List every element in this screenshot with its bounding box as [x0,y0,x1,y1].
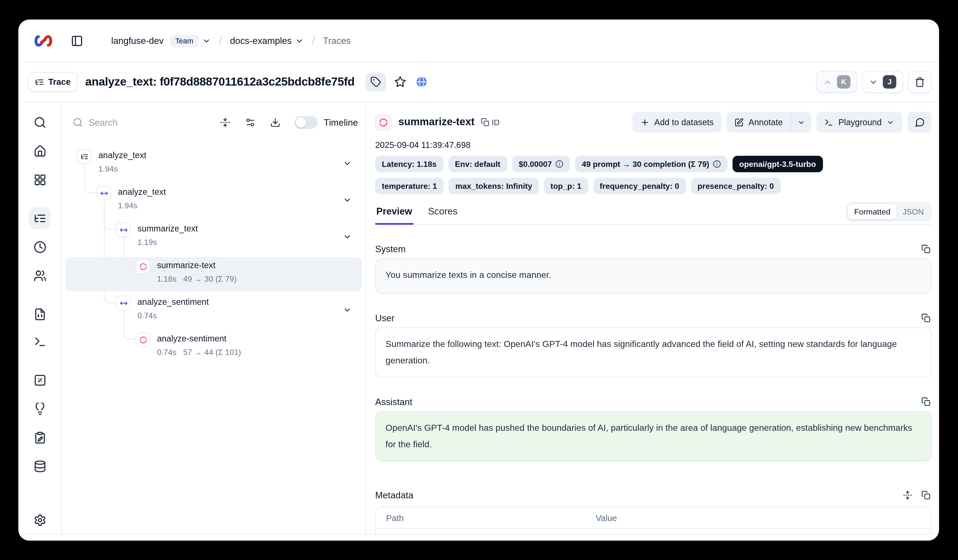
sidebar-item-datasets[interactable] [32,459,47,473]
tags-button[interactable] [365,72,386,91]
format-option[interactable]: JSON [896,204,930,219]
copy-id-button[interactable]: ID [481,117,500,127]
publish-button[interactable] [414,75,429,89]
copy-message-button[interactable] [920,395,932,407]
format-option[interactable]: Formatted [848,204,896,219]
sidebar-item-home[interactable] [32,144,47,159]
collapse-all-button[interactable] [219,116,232,129]
sidebar-item-playground[interactable] [32,334,47,349]
sidebar-item-users[interactable] [32,268,47,283]
annotate-dropdown-button[interactable] [791,112,811,132]
trace-tree-panel: Timeline [62,102,366,534]
generation-icon [139,336,147,344]
tab[interactable]: Scores [427,206,459,224]
comments-button[interactable] [907,112,932,132]
tree-settings-button[interactable] [244,116,257,129]
info-badge: 49 prompt → 30 completion (Σ 79) [575,155,728,172]
sidebar-item-search[interactable] [32,115,47,130]
sidebar-item-scores[interactable] [32,373,47,387]
copy-message-button[interactable] [920,243,932,255]
breadcrumb-page[interactable]: Traces [323,35,351,46]
breadcrumb-project[interactable]: langfuse-dev [111,35,163,46]
metadata-column-value: Value [596,513,617,523]
copy-icon [921,490,930,500]
model-parameter-badges: temperature: 1 max_tokens: Infinity top_… [375,178,932,194]
trace-header-row: Trace analyze_text: f0f78d8887011612a3c2… [18,62,939,102]
message-role-label: System [375,243,406,254]
metadata-column-path: Path [376,513,596,523]
observation-timestamp: 2025-09-04 11:39:47.698 [375,140,932,150]
chevron-down-icon[interactable] [202,36,211,45]
trace-title: analyze_text: f0f78d8887011612a3c25bdcb8… [85,75,355,89]
tree-row-duration: 0.74s [138,310,157,322]
model-param-badge: temperature: 1 [375,178,444,194]
tab[interactable]: Preview [375,206,413,224]
info-icon[interactable] [555,160,563,168]
sidebar-item-sessions[interactable] [32,240,47,254]
tree-search-input[interactable] [89,117,156,127]
message-bubble-icon [914,117,925,127]
tree-row[interactable]: analyze_text 1.94s [65,184,362,218]
info-badge: Env: default [448,155,507,172]
expand-metadata-button[interactable] [901,489,914,501]
tree-search[interactable] [73,117,207,127]
metadata-section: Metadata Path Value [375,487,932,534]
delete-trace-button[interactable] [908,71,932,93]
message-content: Summarize the following text: OpenAI's G… [375,327,932,378]
breadcrumb-environment[interactable]: docs-examples [230,35,292,46]
database-icon [33,460,46,473]
tree-row-label: analyze_sentiment [138,296,209,308]
annotate-button[interactable]: Annotate [726,112,791,132]
chevron-down-icon[interactable] [343,305,352,314]
playground-button[interactable]: Playground [816,112,902,132]
download-button[interactable] [269,116,282,129]
id-label: ID [492,117,500,127]
tree-row[interactable]: analyze_sentiment 0.74s [65,294,362,328]
observation-name: summarize-text [398,116,474,128]
sidebar-item-tracing[interactable] [29,207,51,229]
copy-metadata-button[interactable] [920,489,932,501]
info-icon[interactable] [713,160,721,168]
tree-row-label: analyze-sentiment [157,332,241,345]
chevron-down-icon[interactable] [295,36,304,45]
span-arrows-icon [119,299,127,307]
copy-message-button[interactable] [920,311,932,324]
shortcut-key-j: J [883,75,896,89]
gear-icon [33,513,46,526]
sidebar-toggle-button[interactable] [71,33,87,49]
chevron-down-icon[interactable] [343,159,352,168]
shortcut-key-k: K [837,75,850,89]
add-to-datasets-button[interactable]: Add to datasets [632,112,722,132]
sidebar-item-evaluators[interactable] [32,401,47,416]
previous-trace-button[interactable]: K [816,71,857,93]
tree-row-duration: 1.19s [138,236,157,248]
tree-row[interactable]: summarize-text 1.18s 49 → 30 (Σ 79) [65,257,362,291]
tree-row-label: summarize_text [138,222,198,235]
copy-icon [481,118,489,127]
list-tree-icon [33,212,46,225]
format-toggle: Formatted JSON [846,202,932,221]
message-role-label: Assistant [375,396,412,406]
chevron-down-icon[interactable] [343,232,352,241]
list-tree-icon [80,152,88,160]
sidebar-item-settings[interactable] [32,512,47,527]
next-trace-button[interactable]: J [862,71,903,93]
tree-row[interactable]: analyze-sentiment 0.74s 57 → 44 (Σ 101) [65,330,362,365]
tree-row[interactable]: analyze_text 1.94s [65,147,362,181]
chevron-down-icon [797,118,805,126]
sidebar-item-annotation[interactable] [32,430,47,445]
timeline-toggle[interactable] [294,116,317,128]
panel-left-icon [71,35,83,47]
sidebar-item-prompts[interactable] [32,306,47,321]
trash-icon [915,76,925,87]
search-icon [33,116,46,128]
tree-row-duration: 1.94s [98,163,118,175]
sidebar-item-dashboards[interactable] [32,172,47,187]
breadcrumb: langfuse-dev Team / docs-examples / Trac… [111,34,351,48]
tree-row[interactable]: summarize_text 1.19s [65,221,362,255]
clipboard-pen-icon [33,431,46,444]
chevron-down-icon[interactable] [343,195,352,205]
plus-icon [640,117,649,127]
chevron-up-icon [823,77,832,87]
bookmark-star-button[interactable] [393,75,408,89]
